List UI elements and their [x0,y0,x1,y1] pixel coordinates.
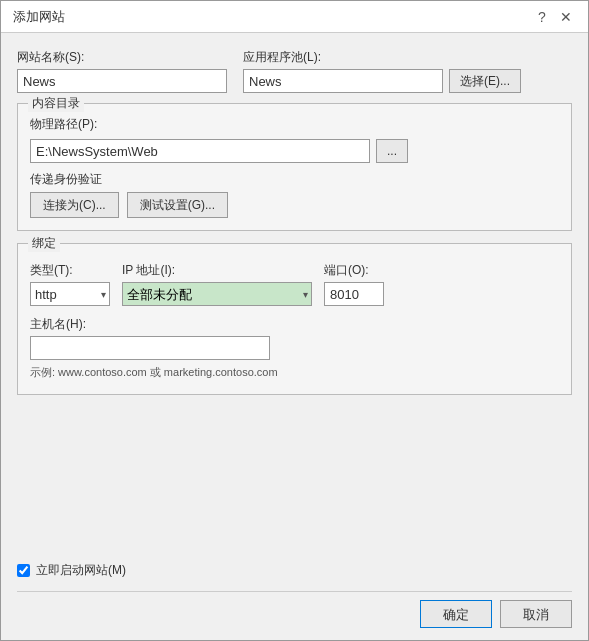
host-input-row [30,336,559,360]
content-dir-section: 内容目录 物理路径(P): ... 传递身份验证 连接为(C)... 测试设置(… [17,103,572,231]
auth-buttons-row: 连接为(C)... 测试设置(G)... [30,192,559,218]
port-label: 端口(O): [324,262,384,279]
ip-select[interactable]: 全部未分配 [122,282,312,306]
content-dir-title: 内容目录 [28,95,84,112]
physical-path-label: 物理路径(P): [30,117,97,131]
bind-section: 绑定 类型(T): http https IP 地址(I): [17,243,572,395]
ip-group: IP 地址(I): 全部未分配 [122,262,312,306]
select-pool-button[interactable]: 选择(E)... [449,69,521,93]
example-text: 示例: www.contoso.com 或 marketing.contoso.… [30,365,559,380]
help-button[interactable]: ? [532,7,552,27]
dialog-body: 网站名称(S): 应用程序池(L): 选择(E)... 内容目录 物理路径(P)… [1,33,588,640]
port-group: 端口(O): [324,262,384,306]
dialog-title: 添加网站 [13,8,65,26]
add-website-dialog: 添加网站 ? ✕ 网站名称(S): 应用程序池(L): 选择(E)... 内容目… [0,0,589,641]
host-label: 主机名(H): [30,317,86,331]
title-bar-controls: ? ✕ [532,7,576,27]
start-checkbox-label[interactable]: 立即启动网站(M) [36,562,126,579]
site-name-label: 网站名称(S): [17,49,227,66]
type-select[interactable]: http https [30,282,110,306]
bind-title: 绑定 [28,235,60,252]
ip-label: IP 地址(I): [122,262,312,279]
ip-select-wrapper: 全部未分配 [122,282,312,306]
close-button[interactable]: ✕ [556,7,576,27]
pass-auth-label: 传递身份验证 [30,171,559,188]
physical-path-group: 物理路径(P): ... [30,116,559,163]
host-input[interactable] [30,336,270,360]
port-input[interactable] [324,282,384,306]
connect-as-button[interactable]: 连接为(C)... [30,192,119,218]
confirm-button[interactable]: 确定 [420,600,492,628]
host-group: 主机名(H): 示例: www.contoso.com 或 marketing.… [30,316,559,380]
site-name-row: 网站名称(S): 应用程序池(L): 选择(E)... [17,49,572,93]
test-settings-button[interactable]: 测试设置(G)... [127,192,228,218]
physical-path-row: ... [30,139,559,163]
site-name-group: 网站名称(S): [17,49,227,93]
app-pool-label: 应用程序池(L): [243,49,521,66]
type-label: 类型(T): [30,262,110,279]
title-bar: 添加网站 ? ✕ [1,1,588,33]
app-pool-group: 应用程序池(L): 选择(E)... [243,49,521,93]
cancel-button[interactable]: 取消 [500,600,572,628]
physical-path-input[interactable] [30,139,370,163]
type-select-wrapper: http https [30,282,110,306]
type-group: 类型(T): http https [30,262,110,306]
start-checkbox[interactable] [17,564,30,577]
app-pool-input[interactable] [243,69,443,93]
browse-button[interactable]: ... [376,139,408,163]
bind-fields-row: 类型(T): http https IP 地址(I): 全部未分配 [30,262,559,306]
start-checkbox-row: 立即启动网站(M) [17,562,572,579]
site-name-input[interactable] [17,69,227,93]
footer-row: 确定 取消 [17,591,572,628]
